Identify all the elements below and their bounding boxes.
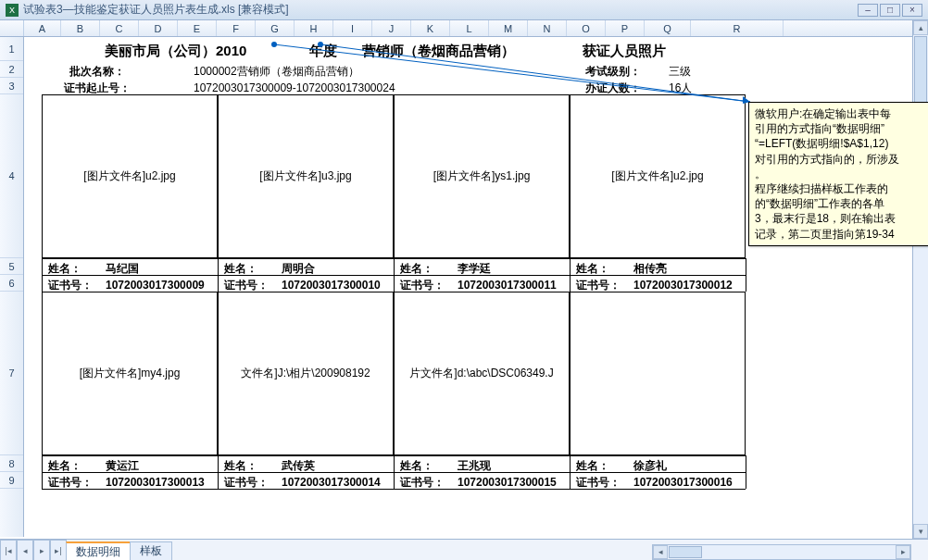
cells-area[interactable]: 美丽市局（公司）2010 年度 营销师（卷烟商品营销） 获证人员照片 批次名称：… [24,37,928,537]
col-header-C[interactable]: C [100,20,139,36]
title-part-1: 美丽市局（公司）2010 [102,41,249,61]
col-header-Q[interactable]: Q [645,20,691,36]
col-header-J[interactable]: J [372,20,411,36]
col-header-F[interactable]: F [217,20,256,36]
tab-prev-button[interactable]: ◂ [17,540,33,560]
col-header-R[interactable]: R [691,20,784,36]
tab-next-button[interactable]: ▸ [33,540,50,560]
name-label: 姓名： [221,260,260,277]
title-part-4: 获证人员照片 [580,41,669,61]
title-part-3: 营销师（卷烟商品营销） [359,41,518,61]
scroll-down-button[interactable]: ▾ [913,524,928,539]
row-header-7[interactable]: 7 [0,292,23,455]
horizontal-scrollbar[interactable]: ◂ ▸ [652,544,911,560]
window-title: 试验表3—技能鉴定获证人员照片表生成.xls [兼容模式] [23,2,858,18]
window-title-bar: X 试验表3—技能鉴定获证人员照片表生成.xls [兼容模式] – □ × [0,0,928,20]
title-part-2: 年度 [307,41,340,61]
col-header-N[interactable]: N [528,20,567,36]
photo-cell-r2c4 [570,292,746,455]
name-value: 相传亮 [631,260,670,277]
photo-text: [图片文件名]my4.jpg [80,366,181,381]
scroll-left-button[interactable]: ◂ [653,545,668,559]
name-value: 李学廷 [455,260,494,277]
batch-value: 1000002营销师（卷烟商品营销） [191,63,362,80]
photo-cell-r1c3: [图片文件名]ys1.jpg [394,94,570,258]
photo-cell-r1c4: [图片文件名]u2.jpg [570,94,746,258]
name-value: 黄运江 [103,457,142,474]
window-controls: – □ × [858,4,922,17]
vertical-scrollbar[interactable]: ▴ ▾ [912,20,928,539]
col-header-P[interactable]: P [606,20,645,36]
col-header-H[interactable]: H [295,20,333,36]
photo-text: 片文件名]d:\abc\DSC06349.J [409,366,553,381]
comment-line: 引用的方式指向“数据明细” [755,121,922,136]
name-label: 姓名： [397,260,436,277]
close-button[interactable]: × [902,4,922,17]
scroll-up-button[interactable]: ▴ [913,20,928,35]
sheet-tab-data-detail[interactable]: 数据明细 [66,541,131,560]
cert-label: 证书号： [397,474,447,491]
row-header-3[interactable]: 3 [0,78,23,94]
comment-line: 3，最末行是18，则在输出表 [755,211,922,226]
col-header-L[interactable]: L [450,20,489,36]
name-label: 姓名： [573,457,612,474]
sheet-tab-bar: |◂ ◂ ▸ ▸| 数据明细 样板 ◂ ▸ [0,539,928,560]
row-header-8[interactable]: 8 [0,455,23,472]
photo-cell-r2c3: 片文件名]d:\abc\DSC06349.J [394,292,570,455]
col-header-I[interactable]: I [333,20,372,36]
comment-line: “=LEFT(数据明细!$A$1,12) [755,136,922,151]
col-header-M[interactable]: M [489,20,528,36]
maximize-button[interactable]: □ [880,4,900,17]
col-header-B[interactable]: B [61,20,100,36]
cert-label: 证书号： [573,474,623,491]
photo-text: [图片文件名]ys1.jpg [433,168,531,184]
name-value: 王兆现 [455,457,494,474]
photo-text: 文件名]J:\相片\200908192 [241,366,370,381]
scroll-thumb[interactable] [669,546,702,558]
tab-first-button[interactable]: |◂ [0,540,17,560]
col-header-K[interactable]: K [411,20,450,36]
photo-text: [图片文件名]u2.jpg [611,168,703,184]
row-header-6[interactable]: 6 [0,275,23,292]
name-label: 姓名： [573,260,612,277]
name-value: 周明合 [279,260,318,277]
row-header-5[interactable]: 5 [0,258,23,275]
name-label: 姓名： [45,260,84,277]
column-headers: ABCDEFGHIJKLMNOPQR [0,20,928,37]
exam-level-value: 三级 [666,63,694,80]
col-header-E[interactable]: E [178,20,217,36]
col-header-D[interactable]: D [139,20,178,36]
row-header-4[interactable]: 4 [0,94,23,258]
col-header-O[interactable]: O [567,20,606,36]
col-header-A[interactable]: A [24,20,61,36]
col-header-G[interactable]: G [256,20,295,36]
row-header-1[interactable]: 1 [0,37,23,61]
comment-line: 记录，第二页里指向第19-34 [755,227,922,242]
photo-cell-r2c1: [图片文件名]my4.jpg [42,292,218,455]
photo-cell-r2c2: 文件名]J:\相片\200908192 [218,292,394,455]
comment-line: 微软用户:在确定输出表中每 [755,106,922,121]
minimize-button[interactable]: – [858,4,878,17]
cert-value: 1072003017300013 [103,474,207,491]
exam-level-label: 考试级别： [583,63,644,80]
scroll-right-button[interactable]: ▸ [896,545,910,559]
photo-text: [图片文件名]u3.jpg [259,168,351,184]
photo-text: [图片文件名]u2.jpg [83,168,175,184]
comment-line: 对引用的方式指向的，所涉及 [755,152,922,167]
name-value: 武传英 [279,457,318,474]
select-all-cell[interactable] [0,20,24,36]
name-label: 姓名： [45,457,84,474]
tab-last-button[interactable]: ▸| [50,540,67,560]
cert-value: 1072003017300015 [455,474,559,491]
sheet-tab-template[interactable]: 样板 [130,541,172,560]
excel-icon: X [6,4,19,17]
worksheet: ABCDEFGHIJKLMNOPQR 123456789 美丽市局（公司）201… [0,20,928,539]
batch-label: 批次名称： [67,63,128,80]
name-label: 姓名： [221,457,260,474]
row-header-2[interactable]: 2 [0,61,23,78]
name-label: 姓名： [397,457,436,474]
comment-line: 程序继续扫描样板工作表的 [755,181,922,196]
scroll-thumb[interactable] [914,36,927,110]
row-header-9[interactable]: 9 [0,472,23,489]
photo-cell-r1c1: [图片文件名]u2.jpg [42,94,218,258]
